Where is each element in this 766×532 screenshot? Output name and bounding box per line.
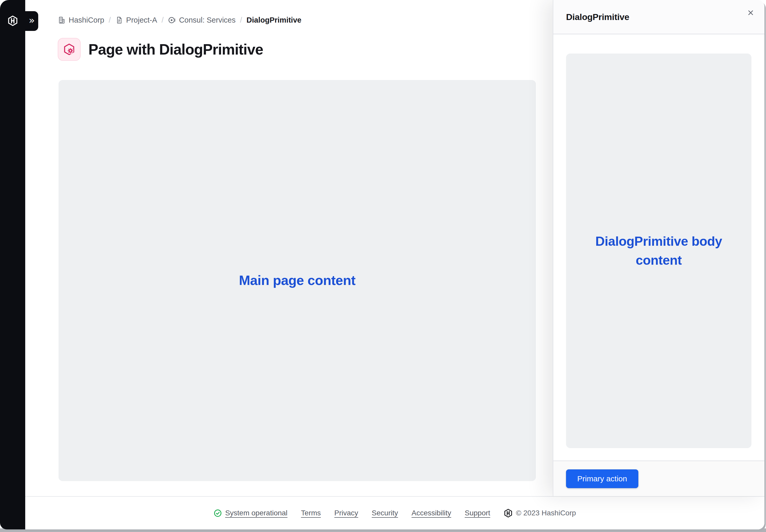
- main-placeholder-text: Main page content: [239, 271, 355, 290]
- breadcrumb-separator: /: [109, 16, 111, 24]
- building-icon: [58, 16, 66, 24]
- app-window: HashiCorp / Project-A /: [0, 0, 764, 529]
- breadcrumb-item-hashicorp[interactable]: HashiCorp: [58, 16, 104, 24]
- breadcrumb-label: Project-A: [126, 16, 157, 24]
- primary-action-button[interactable]: Primary action: [566, 469, 638, 488]
- page-title-row: Page with DialogPrimitive: [58, 38, 263, 61]
- consul-icon: [168, 16, 176, 24]
- file-icon: [115, 16, 123, 24]
- check-circle-icon: [214, 509, 222, 517]
- dialog-close-button[interactable]: [744, 6, 758, 20]
- footer-link-support[interactable]: Support: [465, 509, 490, 517]
- consul-service-gear-icon: [63, 43, 76, 56]
- footer-link-privacy[interactable]: Privacy: [334, 509, 358, 517]
- dialog-body-placeholder: DialogPrimitive body content: [566, 54, 751, 448]
- dialog-footer: Primary action: [553, 461, 764, 496]
- breadcrumb-label: DialogPrimitive: [247, 16, 301, 24]
- page-title-icon-badge: [58, 38, 81, 61]
- system-status-link[interactable]: System operational: [214, 509, 288, 517]
- system-status-label: System operational: [225, 509, 288, 517]
- screen: HashiCorp / Project-A /: [0, 0, 766, 532]
- breadcrumb-separator: /: [161, 16, 163, 24]
- dialog-panel: DialogPrimitive DialogPrimitive body con…: [553, 0, 764, 496]
- sidebar: [0, 0, 25, 529]
- breadcrumb-item-project-a[interactable]: Project-A: [115, 16, 157, 24]
- dialog-header: DialogPrimitive: [553, 0, 764, 34]
- breadcrumb-item-dialogprimitive: DialogPrimitive: [247, 16, 301, 24]
- footer-link-security[interactable]: Security: [372, 509, 398, 517]
- dialog-title: DialogPrimitive: [566, 12, 629, 22]
- app-footer: System operational Terms Privacy Securit…: [25, 496, 764, 529]
- dialog-body: DialogPrimitive body content: [553, 34, 764, 461]
- breadcrumb-item-consul-services[interactable]: Consul: Services: [168, 16, 236, 24]
- sidebar-expand-button[interactable]: »: [25, 11, 38, 31]
- dialog-body-placeholder-text: DialogPrimitive body content: [591, 232, 727, 270]
- footer-link-terms[interactable]: Terms: [301, 509, 321, 517]
- breadcrumb: HashiCorp / Project-A /: [58, 14, 301, 26]
- page-title: Page with DialogPrimitive: [88, 41, 263, 58]
- close-icon: [747, 9, 755, 17]
- footer-link-accessibility[interactable]: Accessibility: [412, 509, 451, 517]
- chevrons-right-icon: »: [29, 15, 35, 25]
- breadcrumb-separator: /: [240, 16, 242, 24]
- breadcrumb-label: HashiCorp: [69, 16, 104, 24]
- main-placeholder: Main page content: [58, 80, 536, 481]
- copyright-text: © 2023 HashiCorp: [516, 509, 576, 517]
- hashicorp-logo-icon: [504, 509, 513, 518]
- hashicorp-logo-icon[interactable]: [7, 15, 18, 26]
- footer-copyright: © 2023 HashiCorp: [504, 509, 576, 518]
- breadcrumb-label: Consul: Services: [179, 16, 236, 24]
